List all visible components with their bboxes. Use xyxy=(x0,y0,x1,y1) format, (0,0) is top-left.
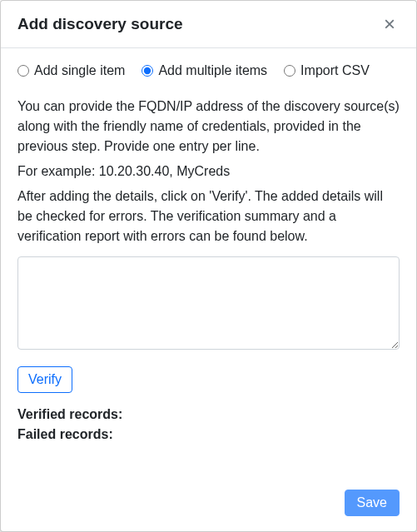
failed-records-label: Failed records: xyxy=(17,425,400,445)
entries-textarea[interactable] xyxy=(17,256,400,350)
modal-footer: Save xyxy=(1,480,416,531)
radio-add-multiple-items[interactable]: Add multiple items xyxy=(141,63,267,78)
mode-radio-group: Add single item Add multiple items Impor… xyxy=(17,63,400,78)
save-button[interactable]: Save xyxy=(345,490,400,516)
radio-label: Add multiple items xyxy=(158,63,267,78)
radio-add-single-item[interactable]: Add single item xyxy=(17,63,125,78)
description-example: For example: 10.20.30.40, MyCreds xyxy=(17,162,400,181)
add-discovery-source-modal: Add discovery source × Add single item A… xyxy=(0,0,417,532)
modal-title: Add discovery source xyxy=(17,15,183,33)
modal-body: Add single item Add multiple items Impor… xyxy=(1,48,416,480)
close-icon: × xyxy=(384,14,395,34)
verify-button[interactable]: Verify xyxy=(17,366,72,393)
radio-add-multiple-items-input[interactable] xyxy=(141,65,153,77)
radio-import-csv-input[interactable] xyxy=(284,65,295,77)
radio-import-csv[interactable]: Import CSV xyxy=(284,63,370,78)
radio-label: Import CSV xyxy=(300,63,370,78)
radio-add-single-item-input[interactable] xyxy=(17,65,29,77)
description-usage: You can provide the FQDN/IP address of t… xyxy=(17,97,400,157)
verified-records-label: Verified records: xyxy=(17,405,400,425)
verification-status: Verified records: Failed records: xyxy=(17,405,400,445)
radio-label: Add single item xyxy=(34,63,125,78)
modal-header: Add discovery source × xyxy=(1,1,416,48)
close-button[interactable]: × xyxy=(380,14,400,34)
description-verify: After adding the details, click on 'Veri… xyxy=(17,186,400,246)
